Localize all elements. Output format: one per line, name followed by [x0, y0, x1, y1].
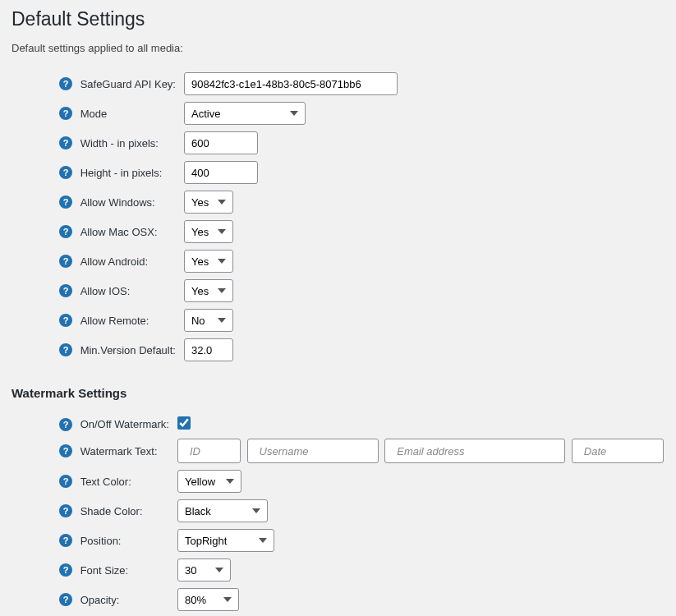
watermark-onoff-checkbox[interactable] — [177, 416, 191, 430]
help-icon[interactable] — [59, 593, 72, 606]
position-select[interactable]: TopRight — [177, 529, 274, 552]
help-icon[interactable] — [59, 284, 72, 297]
watermark-text-label: Watermark Text: — [80, 445, 158, 457]
allow-windows-label: Allow Windows: — [80, 196, 155, 209]
allow-android-label: Allow Android: — [80, 255, 148, 268]
mode-label: Mode — [80, 108, 108, 120]
watermark-id-input[interactable] — [177, 439, 241, 463]
watermark-email-input[interactable] — [384, 439, 565, 463]
opacity-label: Opacity: — [80, 594, 120, 606]
default-settings-form: SafeGuard API Key: Mode Active Width - i… — [59, 69, 398, 365]
min-version-label: Min.Version Default: — [80, 344, 176, 356]
mode-select[interactable]: Active — [184, 102, 306, 125]
allow-remote-label: Allow Remote: — [80, 315, 149, 327]
api-key-input[interactable] — [184, 72, 398, 95]
font-size-select[interactable]: 30 — [177, 559, 231, 582]
text-color-label: Text Color: — [80, 476, 131, 488]
allow-android-select[interactable]: Yes — [184, 250, 233, 273]
height-label: Height - in pixels: — [80, 167, 163, 179]
help-icon[interactable] — [59, 504, 72, 517]
help-icon[interactable] — [59, 563, 72, 577]
help-icon[interactable] — [59, 444, 72, 457]
help-icon[interactable] — [59, 107, 72, 120]
help-icon[interactable] — [59, 418, 72, 431]
allow-mac-select[interactable]: Yes — [184, 220, 233, 243]
height-input[interactable] — [184, 161, 258, 184]
shade-color-label: Shade Color: — [80, 505, 143, 517]
width-label: Width - in pixels: — [80, 137, 159, 149]
allow-mac-label: Allow Mac OSX: — [80, 226, 158, 238]
allow-windows-select[interactable]: Yes — [184, 191, 233, 214]
width-input[interactable] — [184, 131, 258, 154]
help-icon[interactable] — [59, 195, 72, 209]
watermark-heading: Watermark Settings — [11, 386, 665, 400]
page-title: Default Settings — [11, 8, 665, 30]
help-icon[interactable] — [59, 255, 72, 268]
min-version-input[interactable] — [184, 338, 233, 361]
help-icon[interactable] — [59, 343, 72, 356]
api-key-label: SafeGuard API Key: — [80, 78, 176, 90]
shade-color-select[interactable]: Black — [177, 499, 268, 522]
text-color-select[interactable]: Yellow — [177, 470, 241, 493]
page-subtitle: Default settings applied to all media: — [11, 42, 665, 54]
help-icon[interactable] — [59, 166, 72, 179]
watermark-settings-form: On/Off Watermark: Watermark Text: Text C… — [59, 413, 664, 614]
allow-ios-select[interactable]: Yes — [184, 279, 233, 302]
help-icon[interactable] — [59, 136, 72, 149]
watermark-onoff-label: On/Off Watermark: — [80, 418, 169, 430]
watermark-date-input[interactable] — [572, 439, 664, 463]
help-icon[interactable] — [59, 314, 72, 327]
allow-remote-select[interactable]: No — [184, 309, 233, 332]
opacity-select[interactable]: 80% — [177, 588, 239, 611]
help-icon[interactable] — [59, 475, 72, 488]
help-icon[interactable] — [59, 225, 72, 238]
watermark-username-input[interactable] — [247, 439, 379, 463]
font-size-label: Font Size: — [80, 564, 129, 577]
allow-ios-label: Allow IOS: — [80, 285, 131, 297]
help-icon[interactable] — [59, 534, 72, 547]
position-label: Position: — [80, 535, 122, 547]
help-icon[interactable] — [59, 77, 72, 90]
